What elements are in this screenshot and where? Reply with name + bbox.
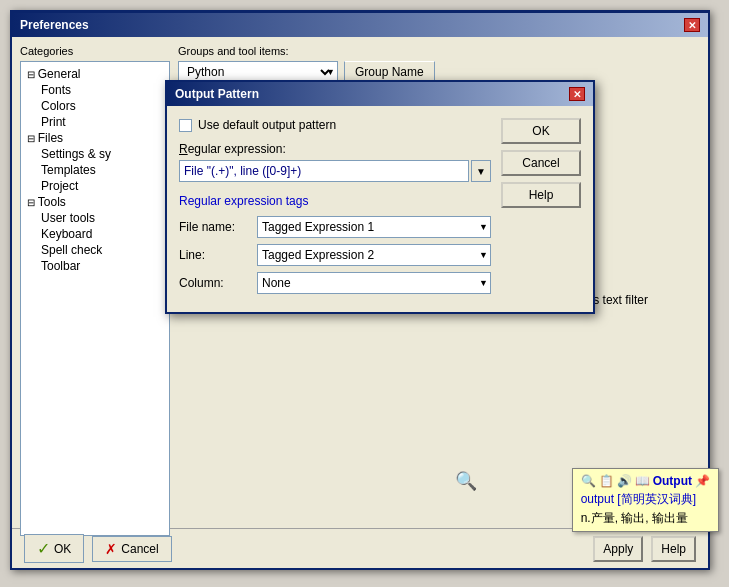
dialog-cancel-button[interactable]: Cancel: [501, 150, 581, 176]
column-select[interactable]: None Tagged Expression 1 Tagged Expressi…: [262, 276, 486, 290]
cancel-cross-icon: ✗: [105, 541, 117, 557]
tree-child-user-tools[interactable]: User tools: [25, 210, 165, 226]
main-ok-button[interactable]: ✓ OK: [24, 534, 84, 563]
main-help-button[interactable]: Help: [651, 536, 696, 562]
tree-child-fonts[interactable]: Fonts: [25, 82, 165, 98]
dialog-title: Output Pattern: [175, 87, 259, 101]
column-row: Column: None Tagged Expression 1 Tagged …: [179, 272, 491, 294]
dialog-ok-button[interactable]: OK: [501, 118, 581, 144]
tooltip-search-icon: 🔍: [581, 474, 596, 488]
tree-child-templates[interactable]: Templates: [25, 162, 165, 178]
use-default-label: Use default output pattern: [198, 118, 336, 132]
output-pattern-dialog: Output Pattern ✕ Use default output patt…: [165, 80, 595, 314]
groups-label: Groups and tool items:: [178, 45, 700, 57]
tooltip-icon-row: 🔍 📋 🔊 📖 Output 📌: [581, 473, 710, 490]
line-combo[interactable]: Tagged Expression 2 None Tagged Expressi…: [257, 244, 491, 266]
main-cancel-button[interactable]: ✗ Cancel: [92, 536, 171, 562]
sidebar: Categories General Fonts Colors Print Fi…: [20, 45, 170, 520]
tree-child-colors[interactable]: Colors: [25, 98, 165, 114]
file-name-select[interactable]: Tagged Expression 1 None Tagged Expressi…: [262, 220, 486, 234]
python-select[interactable]: Python: [183, 64, 333, 80]
tree-child-project[interactable]: Project: [25, 178, 165, 194]
tree-child-toolbar[interactable]: Toolbar: [25, 258, 165, 274]
main-cancel-label: Cancel: [121, 542, 158, 556]
ok-check-icon: ✓: [37, 539, 50, 558]
tooltip-text-en: output [简明英汉词典]: [581, 491, 710, 508]
tooltip-word: Output: [653, 473, 692, 490]
dialog-buttons: OK Cancel Help: [501, 118, 581, 300]
tooltip-sound-icon: 🔊: [617, 474, 632, 488]
line-row: Line: Tagged Expression 2 None Tagged Ex…: [179, 244, 491, 266]
tooltip-text-cn: n.产量, 输出, 输出量: [581, 510, 710, 527]
main-apply-button[interactable]: Apply: [593, 536, 643, 562]
tree-item-files[interactable]: Files: [25, 130, 165, 146]
tooltip-pin-icon: 📌: [695, 474, 710, 488]
regex-label: Regular expression:: [179, 142, 491, 156]
regex-tags-label: Regular expression tags: [179, 194, 491, 208]
dialog-help-button[interactable]: Help: [501, 182, 581, 208]
tooltip-icons-area: 🔍 📋 🔊 📖 Output 📌 output [简明英汉词典] n.产量, 输…: [581, 473, 710, 527]
tree-child-spell-check[interactable]: Spell check: [25, 242, 165, 258]
tooltip-popup: 🔍 📋 🔊 📖 Output 📌 output [简明英汉词典] n.产量, 输…: [572, 468, 719, 532]
sidebar-tree: General Fonts Colors Print Files Setting…: [20, 61, 170, 536]
tooltip-book-icon: 📖: [635, 474, 650, 488]
dialog-left: Use default output pattern Regular expre…: [179, 118, 491, 300]
regex-input[interactable]: [179, 160, 469, 182]
use-default-row: Use default output pattern: [179, 118, 491, 132]
tree-item-tools[interactable]: Tools: [25, 194, 165, 210]
preferences-title: Preferences: [20, 18, 89, 32]
regex-dropdown-button[interactable]: ▼: [471, 160, 491, 182]
file-name-label: File name:: [179, 220, 249, 234]
dialog-close-button[interactable]: ✕: [569, 87, 585, 101]
regex-input-row: ▼: [179, 160, 491, 182]
dialog-title-bar: Output Pattern ✕: [167, 82, 593, 106]
preferences-close-button[interactable]: ✕: [684, 18, 700, 32]
magnifier-cursor-icon: 🔍: [455, 470, 477, 492]
categories-label: Categories: [20, 45, 170, 57]
dialog-body: Use default output pattern Regular expre…: [167, 106, 593, 312]
regex-label-text: egular expression:: [188, 142, 286, 156]
file-name-combo[interactable]: Tagged Expression 1 None Tagged Expressi…: [257, 216, 491, 238]
preferences-title-bar: Preferences ✕: [12, 13, 708, 37]
tree-item-general[interactable]: General: [25, 66, 165, 82]
line-select[interactable]: Tagged Expression 2 None Tagged Expressi…: [262, 248, 486, 262]
main-ok-label: OK: [54, 542, 71, 556]
line-label: Line:: [179, 248, 249, 262]
tooltip-copy-icon: 📋: [599, 474, 614, 488]
use-default-checkbox[interactable]: [179, 119, 192, 132]
tree-child-settings[interactable]: Settings & sy: [25, 146, 165, 162]
column-combo[interactable]: None Tagged Expression 1 Tagged Expressi…: [257, 272, 491, 294]
column-label: Column:: [179, 276, 249, 290]
file-name-row: File name: Tagged Expression 1 None Tagg…: [179, 216, 491, 238]
tree-child-print[interactable]: Print: [25, 114, 165, 130]
tree-child-keyboard[interactable]: Keyboard: [25, 226, 165, 242]
